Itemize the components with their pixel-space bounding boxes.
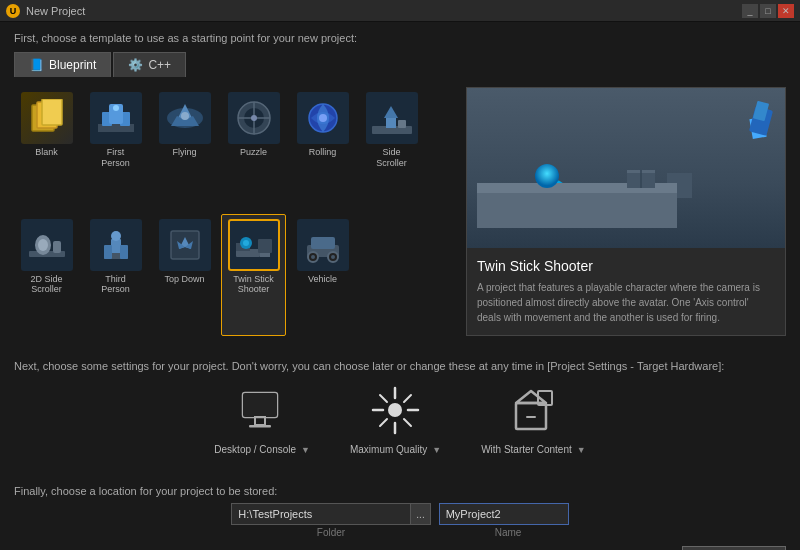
window-controls: _ □ ✕ (742, 4, 794, 18)
svg-rect-60 (249, 425, 271, 428)
preview-panel: Twin Stick Shooter A project that featur… (466, 87, 786, 336)
template-fp-name: FirstPerson (101, 147, 130, 169)
template-puzzle[interactable]: Puzzle (221, 87, 286, 210)
svg-rect-49 (477, 188, 677, 228)
scene-background (467, 88, 785, 248)
template-tss-thumb (228, 219, 280, 271)
setting-starter[interactable]: With Starter Content ▼ (481, 380, 586, 455)
template-rolling-name: Rolling (309, 147, 337, 158)
svg-rect-39 (258, 239, 272, 253)
starter-label: With Starter Content (481, 444, 572, 455)
tab-blueprint[interactable]: 📘 Blueprint (14, 52, 111, 77)
folder-input-wrap: ... (231, 503, 430, 525)
minimize-button[interactable]: _ (742, 4, 758, 18)
main-content: First, choose a template to use as a sta… (0, 22, 800, 550)
svg-marker-71 (516, 391, 546, 403)
quality-label: Maximum Quality (350, 444, 427, 455)
title-bar: U New Project _ □ ✕ (0, 0, 800, 22)
settings-options-row: Desktop / Console ▼ (14, 380, 786, 455)
svg-rect-23 (398, 120, 406, 128)
template-twin-stick[interactable]: Twin StickShooter (221, 214, 286, 337)
svg-rect-44 (311, 237, 335, 249)
starter-icon-wrap (503, 380, 563, 440)
preview-info: Twin Stick Shooter A project that featur… (467, 248, 785, 335)
template-vehicle-name: Vehicle (308, 274, 337, 285)
svg-point-7 (113, 105, 119, 111)
template-side-scroller[interactable]: SideScroller (359, 87, 424, 210)
starter-content-icon (506, 383, 561, 438)
input-labels-row: Folder Name (14, 527, 786, 538)
template-tp-thumb (90, 219, 142, 271)
svg-line-65 (380, 395, 387, 402)
template-2ds-thumb (21, 219, 73, 271)
folder-label: Folder (227, 527, 435, 538)
svg-point-41 (243, 240, 249, 246)
folder-input[interactable] (231, 503, 411, 525)
maximize-button[interactable]: □ (760, 4, 776, 18)
template-blank-thumb (21, 92, 73, 144)
template-2ds-name: 2D SideScroller (30, 274, 62, 296)
template-third-person[interactable]: ThirdPerson (83, 214, 148, 337)
settings-intro-label: Next, choose some settings for your proj… (14, 360, 786, 372)
folder-browse-button[interactable]: ... (411, 503, 430, 525)
location-intro-label: Finally, choose a location for your proj… (14, 485, 786, 497)
svg-point-48 (331, 255, 335, 259)
location-inputs-row: ... (14, 503, 786, 525)
template-flying[interactable]: Flying (152, 87, 217, 210)
svg-point-30 (111, 231, 121, 241)
app-icon: U (6, 4, 20, 18)
svg-marker-22 (384, 106, 398, 118)
location-section: Finally, choose a location for your proj… (14, 485, 786, 538)
template-fp-thumb (90, 92, 142, 144)
setting-quality[interactable]: Maximum Quality ▼ (350, 380, 441, 455)
svg-rect-27 (53, 241, 61, 253)
svg-point-51 (535, 164, 559, 188)
create-project-button[interactable]: Create Project (682, 546, 786, 550)
tab-cpp[interactable]: ⚙️ C++ (113, 52, 186, 77)
svg-point-26 (38, 239, 48, 251)
desktop-icon (235, 383, 290, 438)
quality-dropdown-arrow: ▼ (432, 445, 441, 455)
template-2d-side[interactable]: 2D SideScroller (14, 214, 79, 337)
settings-section: Next, choose some settings for your proj… (14, 360, 786, 463)
svg-rect-58 (243, 393, 277, 417)
setting-desktop[interactable]: Desktop / Console ▼ (214, 380, 310, 455)
template-puzzle-name: Puzzle (240, 147, 267, 158)
quality-icon-wrap (366, 380, 426, 440)
blueprint-icon: 📘 (29, 58, 44, 72)
svg-rect-31 (104, 245, 112, 259)
template-ss-thumb (366, 92, 418, 144)
tab-blueprint-label: Blueprint (49, 58, 96, 72)
template-first-person[interactable]: FirstPerson (83, 87, 148, 210)
starter-dropdown-arrow: ▼ (577, 445, 586, 455)
project-name-input[interactable] (439, 503, 569, 525)
svg-point-17 (251, 115, 257, 121)
close-button[interactable]: ✕ (778, 4, 794, 18)
template-vehicle[interactable]: Vehicle (290, 214, 355, 337)
preview-title: Twin Stick Shooter (477, 258, 775, 274)
template-top-down[interactable]: Top Down (152, 214, 217, 337)
desktop-label: Desktop / Console (214, 444, 296, 455)
template-blank-name: Blank (35, 147, 58, 158)
preview-description: A project that features a playable chara… (477, 280, 775, 325)
template-intro-label: First, choose a template to use as a sta… (14, 32, 786, 44)
svg-line-67 (404, 395, 411, 402)
svg-rect-29 (111, 239, 121, 253)
window-title: New Project (26, 5, 742, 17)
template-vehicle-thumb (297, 219, 349, 271)
svg-line-66 (404, 419, 411, 426)
template-rolling[interactable]: Rolling (290, 87, 355, 210)
svg-rect-42 (260, 253, 270, 257)
footer: Create Project (14, 546, 786, 550)
svg-point-69 (388, 403, 402, 417)
template-flying-thumb (159, 92, 211, 144)
template-rolling-thumb (297, 92, 349, 144)
svg-rect-2 (42, 99, 62, 125)
template-blank[interactable]: Blank (14, 87, 79, 210)
svg-point-46 (311, 255, 315, 259)
desktop-dropdown-arrow: ▼ (301, 445, 310, 455)
template-td-thumb (159, 219, 211, 271)
templates-and-preview: Blank FirstPerson (14, 87, 786, 336)
template-tss-name: Twin StickShooter (233, 274, 274, 296)
template-flying-name: Flying (172, 147, 196, 158)
